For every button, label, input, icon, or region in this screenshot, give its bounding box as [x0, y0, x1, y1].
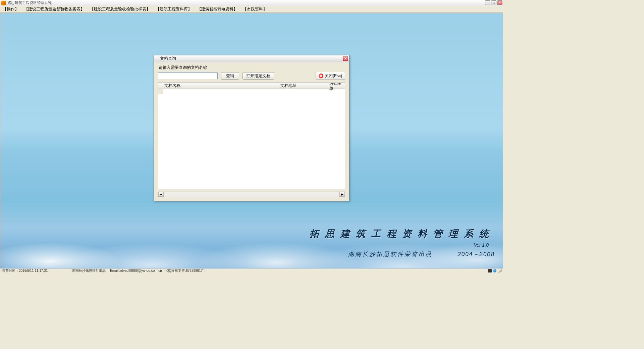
- dialog-close-x-button[interactable]: X: [343, 56, 348, 61]
- column-document-path[interactable]: 文档地址: [279, 83, 328, 89]
- status-time: 当前时间：2016/5/11 11:17:31: [0, 269, 50, 272]
- search-prompt-label: 请输入需要查询的文档名称: [159, 65, 345, 70]
- status-email: Email:advsoft8888@yahoo.com.cn: [108, 269, 164, 272]
- maximize-button[interactable]: □: [491, 0, 496, 5]
- menu-supervision-record[interactable]: 【建设工程质量监督验收备案表】: [24, 6, 85, 12]
- row-selector-cell[interactable]: [158, 89, 163, 94]
- scroll-right-arrow-icon[interactable]: ▶: [339, 192, 345, 197]
- open-document-button[interactable]: 打开指定文档: [243, 72, 274, 80]
- dialog-title: 文档查询: [160, 56, 176, 61]
- status-spacer: [50, 269, 70, 272]
- table-row[interactable]: [158, 89, 345, 94]
- close-dialog-button[interactable]: ✕ 关闭(Esc): [316, 72, 345, 80]
- app-icon: [1, 1, 6, 5]
- document-query-dialog: 文档查询 X 请输入需要查询的文档名称 查询 打开指定文档 ✕ 关闭(Esc) …: [154, 55, 350, 201]
- status-bar: 当前时间：2016/5/11 11:17:31 湖南长沙拓思软件出品 Email…: [0, 268, 503, 272]
- menu-operate[interactable]: 【操作】: [3, 6, 19, 12]
- brand-version: Ver 1.0: [310, 242, 489, 248]
- horizontal-scrollbar[interactable]: ◀ ▶: [158, 192, 345, 197]
- search-row: 查询 打开指定文档 ✕ 关闭(Esc): [158, 72, 345, 80]
- column-document-name[interactable]: 文档名称: [163, 83, 279, 89]
- table-header: 文档名称 文档地址 所在菜单: [158, 83, 345, 89]
- tray-help-icon[interactable]: [493, 269, 496, 272]
- scroll-left-arrow-icon[interactable]: ◀: [158, 192, 164, 197]
- row-selector-header[interactable]: [158, 83, 163, 89]
- menu-bar: 【操作】 【建设工程质量监督验收备案表】 【建设工程质量验收检验批样表】 【建筑…: [0, 6, 503, 13]
- column-menu-location[interactable]: 所在菜单: [328, 83, 345, 89]
- tray-keyboard-icon[interactable]: [488, 269, 492, 272]
- results-table: 文档名称 文档地址 所在菜单: [158, 83, 345, 189]
- document-name-input[interactable]: [158, 72, 218, 79]
- close-icon: ✕: [319, 73, 323, 78]
- brand-block: 拓思建筑工程资料管理系统 Ver 1.0 湖南长沙拓思软件荣誉出品 2004－2…: [310, 228, 495, 258]
- window-controls: ─ □ ✕: [485, 0, 502, 5]
- minimize-button[interactable]: ─: [485, 0, 490, 5]
- status-qq: QQ在线支持:675399917: [164, 269, 205, 272]
- dialog-titlebar[interactable]: 文档查询 X: [154, 55, 349, 62]
- dialog-body: 请输入需要查询的文档名称 查询 打开指定文档 ✕ 关闭(Esc) 文档名称 文档…: [154, 62, 349, 192]
- menu-project-library[interactable]: 【建筑工程资料库】: [156, 6, 192, 12]
- close-window-button[interactable]: ✕: [497, 0, 502, 5]
- brand-years: 2004－2008: [458, 250, 495, 258]
- brand-producer-line: 湖南长沙拓思软件荣誉出品 2004－2008: [310, 250, 495, 258]
- menu-inspection-batch[interactable]: 【建设工程质量验收检验批样表】: [90, 6, 150, 12]
- menu-municipal[interactable]: 【市政资料】: [243, 6, 267, 12]
- menu-weak-current[interactable]: 【建筑智能弱电资料】: [197, 6, 237, 12]
- status-producer: 湖南长沙拓思软件出品: [70, 269, 108, 272]
- search-button[interactable]: 查询: [221, 72, 239, 80]
- brand-title: 拓思建筑工程资料管理系统: [310, 228, 495, 240]
- brand-producer: 湖南长沙拓思软件荣誉出品: [348, 251, 433, 257]
- app-title: 拓思建筑工程资料管理系统: [7, 0, 52, 5]
- status-tray: [488, 269, 503, 273]
- resize-grip-icon[interactable]: [498, 269, 502, 273]
- main-titlebar: 拓思建筑工程资料管理系统 ─ □ ✕: [0, 0, 503, 6]
- scroll-track[interactable]: [164, 192, 339, 197]
